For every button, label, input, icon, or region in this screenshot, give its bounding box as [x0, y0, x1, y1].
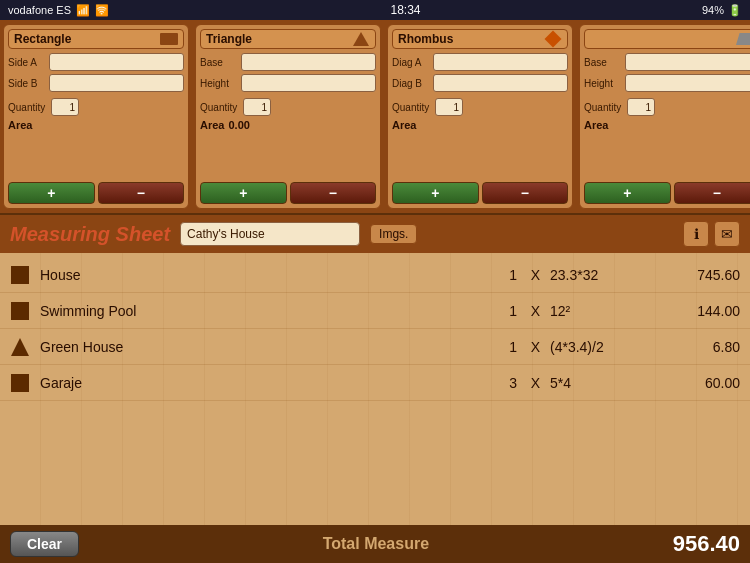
triangle-panel: Triangle Base Height Quantity Area 0.00 …	[195, 24, 381, 209]
table-row: Green House 1 X (4*3.4)/2 6.80	[0, 329, 750, 365]
para-qty-row: Quantity	[584, 98, 750, 116]
tri-qty-row: Quantity	[200, 98, 376, 116]
tri-base-input[interactable]	[241, 53, 376, 71]
rectangle-icon	[160, 32, 178, 46]
house-row-icon	[10, 265, 30, 285]
house-value: 745.60	[680, 267, 740, 283]
table-area: House 1 X 23.3*32 745.60 Swimming Pool 1…	[0, 253, 750, 525]
triangle-title: Triangle	[206, 32, 252, 46]
house-formula: 23.3*32	[550, 267, 670, 283]
side-b-input[interactable]	[49, 74, 184, 92]
garage-qty: 3	[506, 375, 521, 391]
email-button[interactable]: ✉	[714, 221, 740, 247]
triangle-icon	[352, 32, 370, 46]
greenhouse-row-icon	[10, 337, 30, 357]
rhom-qty-row: Quantity	[392, 98, 568, 116]
status-left: vodafone ES 📶 🛜	[8, 4, 109, 17]
garage-name: Garaje	[40, 375, 496, 391]
rhom-minus-button[interactable]: −	[482, 182, 569, 204]
para-height-row: Height	[584, 74, 750, 92]
tri-btn-row: + −	[200, 182, 376, 204]
para-qty-input[interactable]	[627, 98, 655, 116]
signal-icon: 📶	[76, 4, 90, 17]
diag-a-row: Diag A	[392, 53, 568, 71]
side-a-input[interactable]	[49, 53, 184, 71]
bottom-bar: Clear Total Measure 956.40	[0, 525, 750, 563]
rect-qty-row: Quantity	[8, 98, 184, 116]
rect-area-row: Area	[8, 119, 184, 131]
rhom-btn-row: + −	[392, 182, 568, 204]
pool-row-icon	[10, 301, 30, 321]
side-b-label: Side B	[8, 78, 46, 89]
rect-plus-button[interactable]: +	[8, 182, 95, 204]
table-row: Garaje 3 X 5*4 60.00	[0, 365, 750, 401]
rhom-plus-button[interactable]: +	[392, 182, 479, 204]
clear-button[interactable]: Clear	[10, 531, 79, 557]
project-name-input[interactable]	[180, 222, 360, 246]
header-icons: ℹ ✉	[683, 221, 740, 247]
rectangle-title: Rectangle	[14, 32, 71, 46]
tri-base-label: Base	[200, 57, 238, 68]
shapes-row: Rectangle Side A Side B Quantity Area +	[0, 20, 750, 215]
rhombus-panel: Rhombus Diag A Diag B Quantity Area +	[387, 24, 573, 209]
diag-b-row: Diag B	[392, 74, 568, 92]
rect-minus-button[interactable]: −	[98, 182, 185, 204]
pool-x: X	[531, 303, 540, 319]
measuring-title: Measuring Sheet	[10, 223, 170, 246]
rectangle-panel: Rectangle Side A Side B Quantity Area +	[3, 24, 189, 209]
para-header	[584, 29, 750, 49]
battery-label: 94%	[702, 4, 724, 16]
parallelogram-panel: Base Height Quantity Area + −	[579, 24, 750, 209]
side-a-label: Side A	[8, 57, 46, 68]
info-button[interactable]: ℹ	[683, 221, 709, 247]
house-qty: 1	[506, 267, 521, 283]
rhom-area-label: Area	[392, 119, 416, 131]
battery-icon: 🔋	[728, 4, 742, 17]
side-b-row: Side B	[8, 74, 184, 92]
status-time: 18:34	[390, 3, 420, 17]
rhombus-title: Rhombus	[398, 32, 453, 46]
tri-base-row: Base	[200, 53, 376, 71]
house-x: X	[531, 267, 540, 283]
pool-name: Swimming Pool	[40, 303, 496, 319]
rect-qty-input[interactable]	[51, 98, 79, 116]
greenhouse-qty: 1	[506, 339, 521, 355]
tri-minus-button[interactable]: −	[290, 182, 377, 204]
garage-x: X	[531, 375, 540, 391]
para-plus-button[interactable]: +	[584, 182, 671, 204]
para-height-label: Height	[584, 78, 622, 89]
para-base-input[interactable]	[625, 53, 750, 71]
status-bar: vodafone ES 📶 🛜 18:34 94% 🔋	[0, 0, 750, 20]
rect-btn-row: + −	[8, 182, 184, 204]
imgs-button[interactable]: Imgs.	[370, 224, 417, 244]
table-row: House 1 X 23.3*32 745.60	[0, 257, 750, 293]
diag-a-input[interactable]	[433, 53, 568, 71]
tri-height-row: Height	[200, 74, 376, 92]
para-minus-button[interactable]: −	[674, 182, 751, 204]
tri-area-row: Area 0.00	[200, 119, 376, 131]
tri-height-input[interactable]	[241, 74, 376, 92]
rect-area-label: Area	[8, 119, 32, 131]
main-content: Rectangle Side A Side B Quantity Area +	[0, 20, 750, 563]
garage-row-icon	[10, 373, 30, 393]
rectangle-header: Rectangle	[8, 29, 184, 49]
measuring-header: Measuring Sheet Imgs. ℹ ✉	[0, 215, 750, 253]
pool-value: 144.00	[680, 303, 740, 319]
garage-formula: 5*4	[550, 375, 670, 391]
house-name: House	[40, 267, 496, 283]
rhom-qty-input[interactable]	[435, 98, 463, 116]
tri-area-label: Area	[200, 119, 224, 131]
rhom-qty-label: Quantity	[392, 102, 432, 113]
greenhouse-formula: (4*3.4)/2	[550, 339, 670, 355]
para-base-row: Base	[584, 53, 750, 71]
rhombus-header: Rhombus	[392, 29, 568, 49]
total-label: Total Measure	[323, 535, 429, 553]
para-height-input[interactable]	[625, 74, 750, 92]
tri-qty-input[interactable]	[243, 98, 271, 116]
greenhouse-value: 6.80	[680, 339, 740, 355]
tri-area-value: 0.00	[228, 119, 249, 131]
diag-b-input[interactable]	[433, 74, 568, 92]
triangle-header: Triangle	[200, 29, 376, 49]
tri-plus-button[interactable]: +	[200, 182, 287, 204]
para-qty-label: Quantity	[584, 102, 624, 113]
